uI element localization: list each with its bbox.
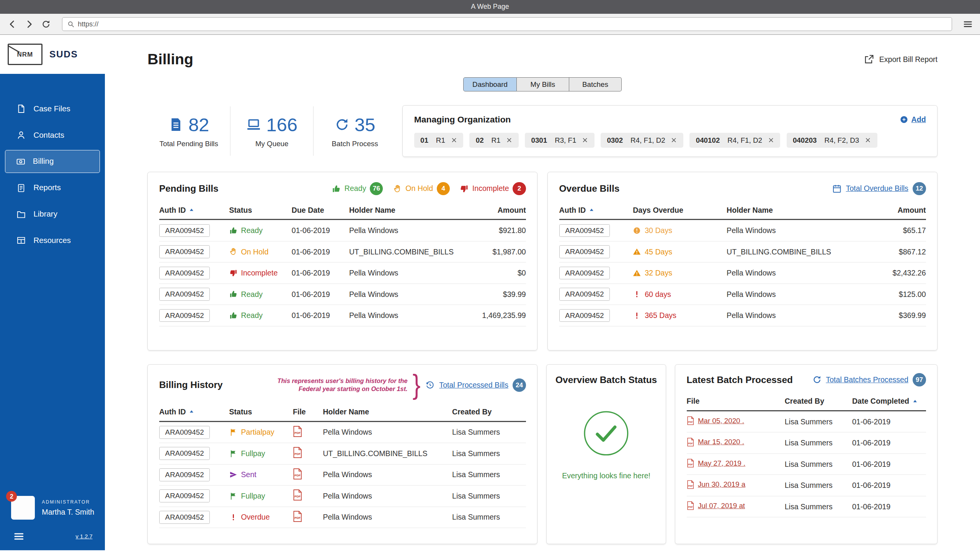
status-cell: Fullpay <box>229 449 293 458</box>
batch-file-link[interactable]: PDFMar 05, 2020 . <box>687 416 744 425</box>
sidebar-item-case-files[interactable]: Case Files <box>0 96 105 121</box>
close-icon[interactable] <box>451 137 457 143</box>
batch-file-link[interactable]: PDFMay 27, 2019 . <box>687 459 746 468</box>
pdf-icon[interactable]: PDF <box>293 468 302 479</box>
sort-asc-icon[interactable] <box>912 399 918 404</box>
close-icon[interactable] <box>768 137 774 143</box>
holder-name-cell: Pella Windows <box>323 470 452 479</box>
tab-batches[interactable]: Batches <box>569 77 622 91</box>
on-hold-icon <box>229 248 237 256</box>
pdf-icon[interactable]: PDF <box>293 511 302 522</box>
close-icon[interactable] <box>506 137 512 143</box>
notification-badge[interactable]: 2 <box>6 491 17 502</box>
column-header-due-date: Due Date <box>292 206 349 215</box>
holder-name-cell: Pella Windows <box>727 226 857 235</box>
batch-file-link[interactable]: PDFJun 30, 2019 a <box>687 480 746 489</box>
org-tag-code: 040102 <box>696 136 720 145</box>
browser-menu-icon[interactable] <box>963 20 972 29</box>
batch-file-link[interactable]: PDFMar 15, 2020 . <box>687 438 744 447</box>
pdf-icon[interactable]: PDF <box>293 426 302 437</box>
status-cell: 365 Days <box>633 311 727 320</box>
sidebar-item-label: Library <box>34 210 57 218</box>
legend-ready[interactable]: Ready76 <box>332 182 383 195</box>
auth-id-chip[interactable]: ARA009452 <box>159 245 210 258</box>
auth-id-cell: ARA009452 <box>559 245 633 258</box>
close-icon[interactable] <box>582 137 588 143</box>
status-label: Partialpay <box>241 428 274 437</box>
org-tag-01: 01 R1 <box>414 133 463 147</box>
add-organization-button[interactable]: Add <box>900 115 926 124</box>
created-by-cell: Lisa Summers <box>452 470 526 479</box>
reload-icon[interactable] <box>41 20 51 29</box>
auth-id-chip[interactable]: ARA009452 <box>159 447 210 460</box>
auth-id-chip[interactable]: ARA009452 <box>159 288 210 301</box>
holder-name-cell: UT_BILLING.COMBINE_BILLS <box>349 248 458 256</box>
overdue-bills-table-body: ARA00945230 DaysPella Windows$65.17ARA00… <box>559 220 926 326</box>
org-tag-detail: R4, F1, D2 <box>629 136 665 145</box>
sidebar-item-resources[interactable]: Resources <box>0 228 105 253</box>
auth-id-chip[interactable]: ARA009452 <box>159 468 210 481</box>
pdf-icon[interactable]: PDF <box>293 489 302 500</box>
column-header-date-completed[interactable]: Date Completed <box>852 397 926 406</box>
table-row: PDFMar 05, 2020 .Lisa Summers01-06-2019 <box>687 411 926 433</box>
auth-id-chip[interactable]: ARA009452 <box>559 309 610 322</box>
user-profile[interactable]: 2 ADMINISTRATOR Martha T. Smith <box>0 496 105 528</box>
sidebar-item-billing[interactable]: Billing <box>5 150 100 173</box>
report-icon <box>16 183 26 192</box>
export-bill-report-button[interactable]: Export Bill Report <box>864 54 938 64</box>
forward-icon[interactable] <box>24 20 34 29</box>
auth-id-chip[interactable]: ARA009452 <box>559 245 610 258</box>
column-header-days-overdue: Days Overdue <box>633 206 727 215</box>
auth-id-chip[interactable]: ARA009452 <box>159 267 210 280</box>
sidebar-item-reports[interactable]: Reports <box>0 175 105 201</box>
auth-id-chip[interactable]: ARA009452 <box>159 309 210 322</box>
tab-dashboard[interactable]: Dashboard <box>463 77 517 91</box>
table-row: ARA009452FullpayPDFUT_BILLING.COMBINE_BI… <box>159 443 526 465</box>
status-label: Ready <box>241 311 263 320</box>
billing-history-links: This represents user's billing history f… <box>275 373 526 397</box>
total-overdue-bills-link[interactable]: Total Overdue Bills 12 <box>832 182 926 195</box>
sort-asc-icon[interactable] <box>189 409 194 415</box>
stat-top: 35 <box>335 114 376 135</box>
column-header-auth-id[interactable]: Auth ID <box>559 206 633 215</box>
overdue-icon <box>229 513 237 521</box>
auth-id-chip[interactable]: ARA009452 <box>559 288 610 301</box>
total-processed-bills-link[interactable]: Total Processed Bills 24 <box>425 378 526 391</box>
batch-file-link[interactable]: PDFJul 07, 2019 at <box>687 501 745 510</box>
column-label: Created By <box>785 397 824 406</box>
auth-id-chip[interactable]: ARA009452 <box>559 267 610 280</box>
close-icon[interactable] <box>671 137 677 143</box>
column-header-holder-name: Holder Name <box>349 206 458 215</box>
pending-bills-table-body: ARA009452Ready01-06-2019Pella Windows$92… <box>159 220 526 326</box>
column-header-auth-id[interactable]: Auth ID <box>159 206 229 215</box>
auth-id-chip[interactable]: ARA009452 <box>159 489 210 502</box>
sort-asc-icon[interactable] <box>189 207 194 213</box>
sidebar: NRM SUDS Case FilesContactsBillingReport… <box>0 35 105 550</box>
back-icon[interactable] <box>8 20 17 29</box>
pdf-icon[interactable]: PDF <box>293 447 302 458</box>
legend-incomplete[interactable]: Incomplete2 <box>460 182 526 195</box>
auth-id-chip[interactable]: ARA009452 <box>559 224 610 237</box>
sidebar-menu-icon[interactable] <box>13 531 25 542</box>
total-batches-processed-link[interactable]: Total Batches Processed 97 <box>812 373 926 386</box>
org-tag-040203: 040203 R4, F2, D3 <box>787 133 877 147</box>
legend-on-hold[interactable]: On Hold4 <box>393 182 450 195</box>
version-link[interactable]: v 1.2.7 <box>76 533 93 540</box>
sort-asc-icon[interactable] <box>589 207 595 213</box>
batch-file-name: May 27, 2019 . <box>698 459 745 468</box>
svg-text:PDF: PDF <box>688 505 693 508</box>
sidebar-item-library[interactable]: Library <box>0 202 105 227</box>
sidebar-item-contacts[interactable]: Contacts <box>0 122 105 148</box>
close-icon[interactable] <box>865 137 871 143</box>
billing-icon <box>16 157 25 166</box>
column-header-auth-id[interactable]: Auth ID <box>159 408 229 416</box>
auth-id-chip[interactable]: ARA009452 <box>159 426 210 439</box>
tab-my-bills[interactable]: My Bills <box>517 77 569 91</box>
url-bar[interactable]: https:// <box>62 17 952 31</box>
created-by-cell: Lisa Summers <box>785 460 852 469</box>
auth-id-chip[interactable]: ARA009452 <box>159 511 210 524</box>
batch-file-name: Jul 07, 2019 at <box>698 502 745 510</box>
batch-file-name: Jun 30, 2019 a <box>698 480 745 489</box>
status-label: Sent <box>241 470 256 479</box>
auth-id-chip[interactable]: ARA009452 <box>159 224 210 237</box>
